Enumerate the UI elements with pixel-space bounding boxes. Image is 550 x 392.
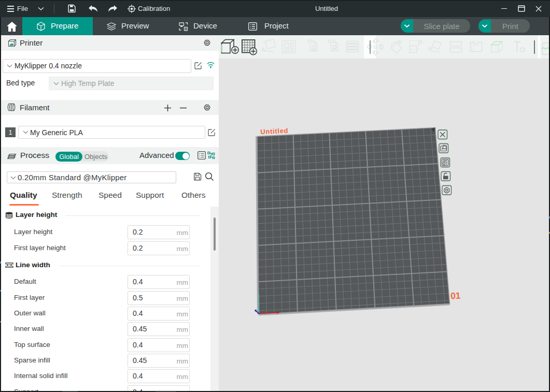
svg-text:01: 01 [450, 290, 461, 301]
svg-text:Untitled: Untitled [260, 127, 289, 136]
